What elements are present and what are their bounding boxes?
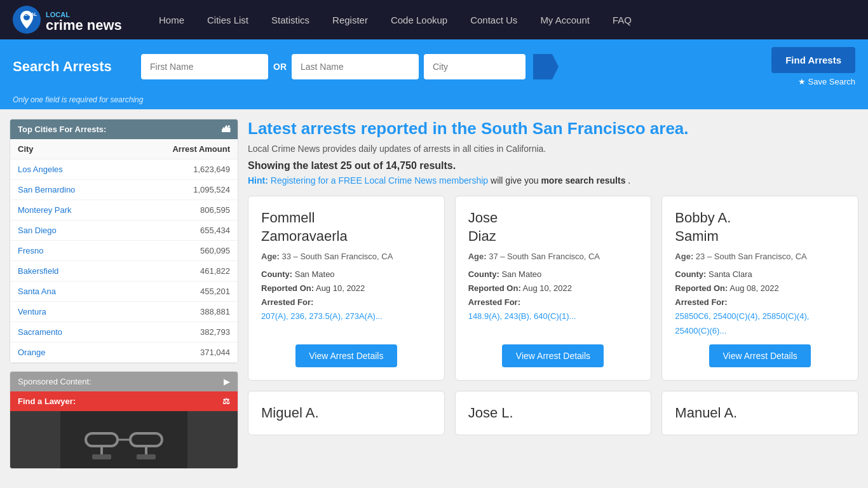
view-arrest-details-button[interactable]: View Arrest Details xyxy=(295,344,397,367)
top-navigation: LOCAL LOCAL crime news Home Cities List … xyxy=(0,0,868,39)
top-cities-header-text: Top Cities For Arrests: xyxy=(18,125,106,134)
arrest-card-partial: Jose L. xyxy=(455,391,652,436)
search-hint: Only one field is required for searching xyxy=(13,95,143,104)
city-link[interactable]: Los Angeles xyxy=(18,165,63,174)
arrest-card: Bobby A.Samim Age: 23 – South San Franci… xyxy=(661,196,858,381)
arrest-age: Age: 33 – South San Francisco, CA xyxy=(261,252,431,261)
sponsored-card: Sponsored Content: ▶ Find a Lawyer: ⚖ xyxy=(10,371,238,469)
city-name-cell: Fresno xyxy=(10,241,124,261)
hint-after: will give you xyxy=(491,175,538,186)
scales-icon: ⚖ xyxy=(222,396,230,406)
city-link[interactable]: Orange xyxy=(18,348,45,357)
city-link[interactable]: Monterey Park xyxy=(18,205,72,215)
play-icon: ▶ xyxy=(224,377,230,386)
arrest-card: JoseDiaz Age: 37 – South San Francisco, … xyxy=(455,196,652,381)
col-arrest: Arrest Amount xyxy=(124,139,238,159)
city-count-cell: 388,881 xyxy=(124,302,238,322)
view-arrest-details-button[interactable]: View Arrest Details xyxy=(709,344,811,367)
hint-end: . xyxy=(628,175,630,186)
table-row: Ventura 388,881 xyxy=(10,302,238,322)
nav-my-account[interactable]: My Account xyxy=(529,0,601,39)
arrest-cards-grid: FommellZamoravaerla Age: 33 – South San … xyxy=(248,196,858,381)
find-lawyer-header: Find a Lawyer: ⚖ xyxy=(10,391,238,411)
search-arrow-decoration xyxy=(533,54,559,79)
nav-code-lookup[interactable]: Code Lookup xyxy=(379,0,459,39)
city-count-cell: 455,201 xyxy=(124,281,238,302)
first-name-input[interactable] xyxy=(141,54,268,79)
arrest-card-partial: Miguel A. xyxy=(248,391,445,436)
col-city: City xyxy=(10,139,124,159)
nav-register[interactable]: Register xyxy=(321,0,379,39)
svg-rect-12 xyxy=(137,454,156,459)
arrest-codes-link[interactable]: 25850C6, 25400(C)(4), 25850(C)(4), 25400… xyxy=(675,311,809,335)
arrest-card: FommellZamoravaerla Age: 33 – South San … xyxy=(248,196,445,381)
lawyer-image xyxy=(10,411,238,468)
star-icon: ★ xyxy=(798,77,806,86)
top-cities-card: Top Cities For Arrests: 🏙 City Arrest Am… xyxy=(10,119,238,363)
arrest-details: County: San Mateo Reported On: Aug 10, 2… xyxy=(468,268,639,323)
arrest-name: JoseDiaz xyxy=(468,209,639,245)
city-link[interactable]: San Diego xyxy=(18,226,57,235)
nav-faq[interactable]: FAQ xyxy=(601,0,643,39)
arrest-age: Age: 37 – South San Francisco, CA xyxy=(468,252,639,261)
svg-text:crime news: crime news xyxy=(46,17,122,31)
search-title: Search Arrests xyxy=(13,58,127,75)
city-count-cell: 655,434 xyxy=(124,220,238,241)
last-name-input[interactable] xyxy=(292,54,419,79)
city-count-cell: 382,793 xyxy=(124,322,238,342)
city-link[interactable]: Santa Ana xyxy=(18,287,56,296)
arrest-details: County: Santa Clara Reported On: Aug 08,… xyxy=(675,268,845,337)
nav-home[interactable]: Home xyxy=(147,0,196,39)
city-count-cell: 461,822 xyxy=(124,261,238,281)
logo[interactable]: LOCAL LOCAL crime news xyxy=(13,6,122,34)
arrest-card-partial: Manuel A. xyxy=(661,391,858,436)
results-showing-text: Showing the latest 25 out of xyxy=(248,160,383,171)
city-name-cell: San Diego xyxy=(10,220,124,241)
svg-text:LOCAL: LOCAL xyxy=(22,12,37,17)
or-separator: OR xyxy=(273,62,287,72)
nav-cities-list[interactable]: Cities List xyxy=(196,0,260,39)
table-row: Bakersfield 461,822 xyxy=(10,261,238,281)
city-input[interactable] xyxy=(424,54,526,79)
nav-contact-us[interactable]: Contact Us xyxy=(459,0,529,39)
cities-table: City Arrest Amount Los Angeles 1,623,649… xyxy=(10,139,238,363)
find-arrests-button[interactable]: Find Arrests xyxy=(771,47,855,73)
table-row: Santa Ana 455,201 xyxy=(10,281,238,302)
arrest-details: County: San Mateo Reported On: Aug 10, 2… xyxy=(261,268,431,323)
city-count-cell: 371,044 xyxy=(124,342,238,363)
save-search-button[interactable]: ★ Save Search xyxy=(798,77,855,86)
arrest-name-partial: Manuel A. xyxy=(675,404,845,423)
city-link[interactable]: Ventura xyxy=(18,307,46,316)
nav-links: Home Cities List Statistics Register Cod… xyxy=(147,0,855,39)
arrest-age: Age: 23 – South San Francisco, CA xyxy=(675,252,845,261)
city-name-cell: Bakersfield xyxy=(10,261,124,281)
search-actions: Find Arrests ★ Save Search xyxy=(771,47,855,86)
arrest-name-partial: Miguel A. xyxy=(261,404,431,423)
city-link[interactable]: Bakersfield xyxy=(18,266,58,276)
main-content: Latest arrests reported in the South San… xyxy=(248,119,858,435)
nav-statistics[interactable]: Statistics xyxy=(260,0,321,39)
results-total: 14,750 xyxy=(386,160,417,171)
arrest-codes-link[interactable]: 207(A), 236, 273.5(A), 273A(A)... xyxy=(261,311,383,321)
arrest-name: Bobby A.Samim xyxy=(675,209,845,245)
results-count: Showing the latest 25 out of 14,750 resu… xyxy=(248,160,858,172)
table-row: San Bernardino 1,095,524 xyxy=(10,180,238,200)
sponsored-header: Sponsored Content: ▶ xyxy=(10,372,238,391)
results-suffix: results. xyxy=(419,160,456,171)
city-link[interactable]: San Bernardino xyxy=(18,185,75,194)
find-lawyer-text: Find a Lawyer: xyxy=(18,396,76,406)
page-heading: Latest arrests reported in the South San… xyxy=(248,119,858,139)
save-search-label: Save Search xyxy=(808,77,855,86)
city-link[interactable]: Sacramento xyxy=(18,327,62,337)
table-row: San Diego 655,434 xyxy=(10,220,238,241)
hint-label: Hint: xyxy=(248,175,268,186)
view-arrest-details-button[interactable]: View Arrest Details xyxy=(502,344,604,367)
page-subtext: Local Crime News provides daily updates … xyxy=(248,144,858,154)
arrest-codes-link[interactable]: 148.9(A), 243(B), 640(C)(1)... xyxy=(468,311,576,321)
hint-link[interactable]: Registering for a FREE Local Crime News … xyxy=(271,175,488,186)
search-bar-section: Search Arrests OR Find Arrests ★ Save Se… xyxy=(0,39,868,109)
table-row: Fresno 560,095 xyxy=(10,241,238,261)
table-row: Sacramento 382,793 xyxy=(10,322,238,342)
arrest-name: FommellZamoravaerla xyxy=(261,209,431,245)
city-link[interactable]: Fresno xyxy=(18,246,43,255)
